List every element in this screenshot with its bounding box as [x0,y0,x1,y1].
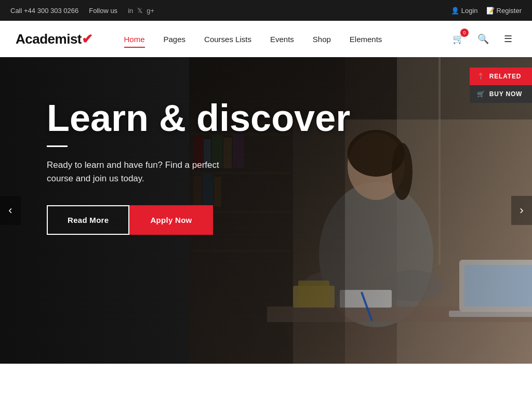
follow-label: Follow us [89,7,117,15]
nav-menu: Home Pages Courses Lists Events Shop Ele… [124,33,450,46]
side-tabs: 📍 RELATED 🛒 BUY NOW [470,68,532,103]
top-bar-left: Call +44 300 303 0266 Follow us in 𝕏 g+ [10,7,154,15]
nav-events[interactable]: Events [270,33,294,46]
related-tab[interactable]: 📍 RELATED [470,68,532,85]
search-button[interactable]: 🔍 [475,31,491,47]
logo-checkmark: ✔ [82,31,93,47]
map-pin-icon: 📍 [477,73,485,80]
related-label: RELATED [489,73,521,80]
register-icon: 📝 [486,7,495,15]
register-label: Register [497,7,522,15]
login-link[interactable]: 👤 Login [451,7,478,15]
navbar: Academist✔ Home Pages Courses Lists Even… [0,21,532,57]
nav-shop[interactable]: Shop [313,33,331,46]
nav-icons: 🛒 0 🔍 ☰ [450,31,516,47]
hero-content: Learn & discover Ready to learn and have… [0,57,532,235]
chevron-left-icon: ‹ [8,204,12,217]
apply-now-button[interactable]: Apply Now [129,205,212,235]
hero-next-arrow[interactable]: › [511,196,532,225]
hero-divider [47,145,68,147]
login-icon: 👤 [451,7,459,15]
top-bar-right: 👤 Login 📝 Register [451,7,522,15]
phone-text: Call +44 300 303 0266 [10,7,78,15]
cart-badge: 0 [460,29,469,37]
nav-courses[interactable]: Courses Lists [204,33,251,46]
cart-icon: 🛒 [477,90,485,98]
menu-button[interactable]: ☰ [500,31,516,47]
buy-label: BUY NOW [489,90,522,98]
site-logo[interactable]: Academist✔ [16,31,93,47]
hero-title: Learn & discover [47,99,379,138]
social-icons: in 𝕏 g+ [128,7,154,15]
googleplus-icon[interactable]: g+ [147,7,154,15]
nav-elements[interactable]: Elements [350,33,382,46]
hero-prev-arrow[interactable]: ‹ [0,196,21,225]
register-link[interactable]: 📝 Register [486,7,522,15]
linkedin-icon[interactable]: in [128,7,133,15]
twitter-icon[interactable]: 𝕏 [137,7,142,15]
nav-home[interactable]: Home [124,33,145,46]
login-label: Login [461,7,478,15]
hero-subtitle: Ready to learn and have fun? Find a perf… [47,158,223,186]
nav-pages[interactable]: Pages [164,33,186,46]
read-more-button[interactable]: Read More [47,205,129,235]
top-bar: Call +44 300 303 0266 Follow us in 𝕏 g+ … [0,0,532,21]
buy-now-tab[interactable]: 🛒 BUY NOW [470,85,532,103]
hero-section: Learn & discover Ready to learn and have… [0,57,532,364]
chevron-right-icon: › [520,204,523,217]
cart-button[interactable]: 🛒 0 [450,31,467,47]
hero-buttons: Read More Apply Now [47,205,532,235]
